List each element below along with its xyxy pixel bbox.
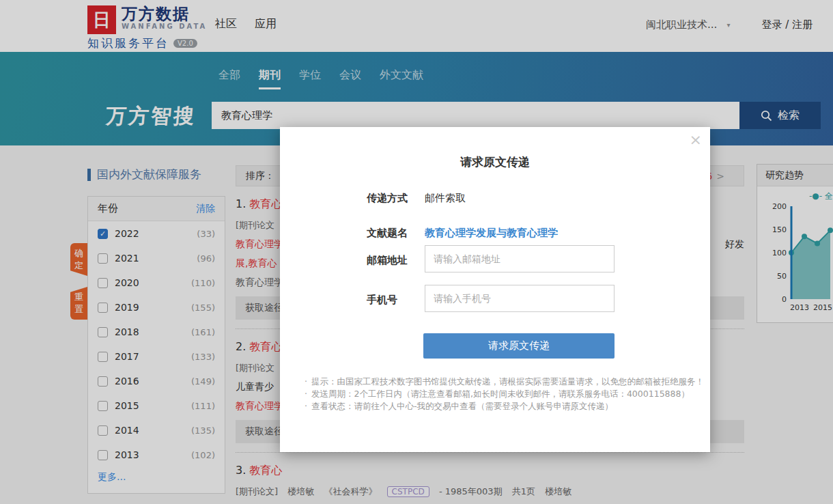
close-icon[interactable]: × [690,131,702,148]
doc-title-label: 文献题名 [367,227,408,240]
delivery-method-value: 邮件索取 [425,192,466,205]
submit-request-button[interactable]: 请求原文传递 [423,333,615,359]
document-delivery-modal: × 请求原文传递 传递方式 邮件索取 文献题名 教育心理学发展与教育心理学 邮箱… [280,127,710,452]
modal-tip: ·查看状态：请前往个人中心-我的交易中查看（需要登录个人账号申请原文传递） [305,401,694,412]
email-label: 邮箱地址 [367,254,408,267]
doc-title-link[interactable]: 教育心理学发展与教育心理学 [425,227,558,240]
modal-tip: ·发送周期：2个工作日内（请注意查看邮箱,如长时间未收到邮件，请联系服务电话：4… [305,389,694,400]
delivery-method-label: 传递方式 [367,192,408,205]
modal-tip: ·提示：由国家工程技术数字图书馆提供文献传递，请根据实际需要适量请求，以免您的邮… [305,376,694,388]
email-field[interactable] [425,245,615,272]
modal-title: 请求原文传递 [280,154,710,170]
phone-field[interactable] [425,285,615,312]
phone-label: 手机号 [367,294,397,307]
